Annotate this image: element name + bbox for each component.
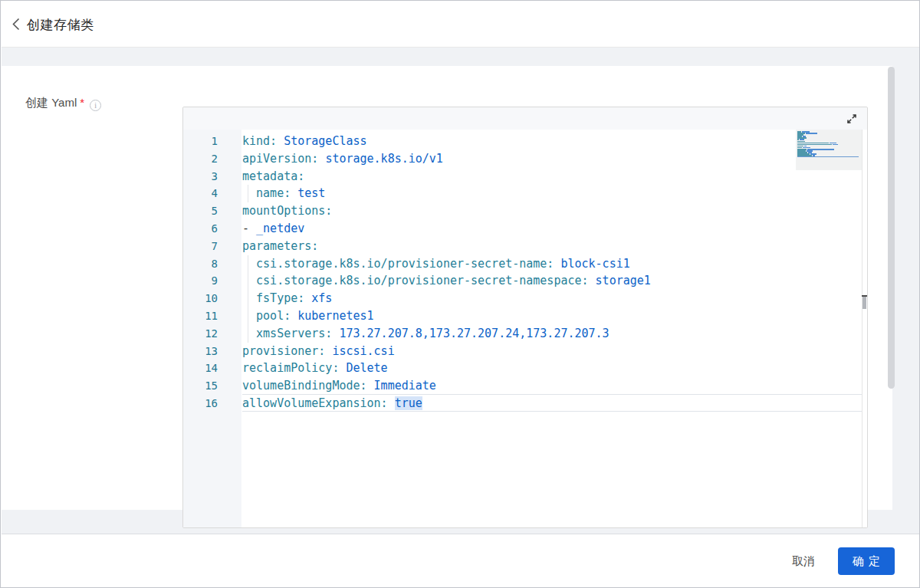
indent-guide	[248, 185, 248, 202]
line-content: reclaimPolicy: Delete	[242, 360, 388, 377]
minimap-code-bars	[797, 131, 838, 157]
page-scrollbar-thumb[interactable]	[888, 67, 895, 389]
line-number: 1	[183, 133, 218, 150]
line-content: xmsServers: 173.27.207.8,173.27.207.24,1…	[242, 325, 610, 343]
line-content: provisioner: iscsi.csi	[242, 343, 395, 360]
page-header: 创建存储类	[2, 2, 920, 48]
code-lines: 1kind: StorageClass2apiVersion: storage.…	[183, 133, 867, 412]
line-content: apiVersion: storage.k8s.io/v1	[242, 150, 443, 168]
back-icon[interactable]	[12, 18, 20, 31]
line-content: name: test	[242, 185, 325, 202]
code-line[interactable]: 12 xmsServers: 173.27.207.8,173.27.207.2…	[183, 325, 867, 343]
create-storage-class-page: 创建存储类 创建 Yaml*i	[0, 0, 920, 588]
line-content: fsType: xfs	[242, 290, 332, 307]
code-line[interactable]: 11 pool: kubernetes1	[183, 307, 867, 325]
line-content: csi.storage.k8s.io/provisioner-secret-na…	[242, 272, 651, 290]
current-line-highlight	[242, 394, 862, 412]
content-area: 创建 Yaml*i 1kind: Stora	[2, 48, 920, 534]
footer-bar: 取消 确定	[2, 534, 920, 588]
indent-guide	[248, 290, 248, 307]
editor-body[interactable]: 1kind: StorageClass2apiVersion: storage.…	[183, 130, 867, 527]
code-line[interactable]: 5mountOptions:	[183, 202, 867, 220]
code-line[interactable]: 9 csi.storage.k8s.io/provisioner-secret-…	[183, 272, 867, 290]
line-number: 16	[183, 395, 218, 412]
line-number: 12	[183, 325, 218, 343]
line-number: 9	[183, 272, 218, 290]
yaml-field-label-text: 创建 Yaml	[25, 96, 77, 109]
editor-minimap[interactable]	[796, 130, 862, 527]
line-content: mountOptions:	[242, 202, 332, 220]
line-number: 11	[183, 307, 218, 325]
line-content: metadata:	[242, 168, 304, 186]
info-icon[interactable]: i	[90, 100, 101, 111]
code-line[interactable]: 6- _netdev	[183, 220, 867, 238]
code-line[interactable]: 8 csi.storage.k8s.io/provisioner-secret-…	[183, 255, 867, 273]
line-number: 14	[183, 360, 218, 377]
required-asterisk: *	[80, 96, 84, 109]
line-content: kind: StorageClass	[242, 133, 367, 150]
code-line[interactable]: 4 name: test	[183, 185, 867, 202]
line-content: - _netdev	[242, 220, 304, 238]
code-line[interactable]: 15volumeBindingMode: Immediate	[183, 377, 867, 395]
form-panel: 创建 Yaml*i 1kind: Stora	[2, 66, 892, 510]
line-content: pool: kubernetes1	[242, 307, 374, 325]
line-number: 7	[183, 238, 218, 255]
code-line[interactable]: 10 fsType: xfs	[183, 290, 867, 307]
indent-guide	[248, 255, 248, 273]
editor-scrollbar-thumb[interactable]	[863, 297, 866, 309]
cancel-button[interactable]: 取消	[792, 554, 815, 569]
line-content: volumeBindingMode: Immediate	[242, 377, 436, 395]
line-number: 2	[183, 150, 218, 168]
line-number: 5	[183, 202, 218, 220]
code-line[interactable]: 7parameters:	[183, 238, 867, 255]
overview-ruler-border	[862, 130, 863, 527]
indent-guide	[248, 307, 248, 325]
indent-guide	[248, 272, 248, 290]
code-line[interactable]: 14reclaimPolicy: Delete	[183, 360, 867, 377]
yaml-field-label: 创建 Yaml*i	[25, 96, 101, 111]
page-title: 创建存储类	[27, 16, 94, 34]
line-number: 13	[183, 343, 218, 360]
line-number: 8	[183, 255, 218, 273]
line-number: 10	[183, 290, 218, 307]
line-content: csi.storage.k8s.io/provisioner-secret-na…	[242, 255, 630, 273]
code-line[interactable]: 3metadata:	[183, 168, 867, 186]
code-line[interactable]: 1kind: StorageClass	[183, 133, 867, 150]
line-number: 15	[183, 377, 218, 395]
minimap-current-line	[797, 156, 859, 157]
editor-toolbar	[183, 107, 867, 130]
fullscreen-expand-icon[interactable]	[846, 113, 858, 125]
line-content: parameters:	[242, 238, 318, 255]
code-line[interactable]: 2apiVersion: storage.k8s.io/v1	[183, 150, 867, 168]
code-line[interactable]: 13provisioner: iscsi.csi	[183, 343, 867, 360]
line-number: 6	[183, 220, 218, 238]
line-number: 4	[183, 185, 218, 202]
confirm-button[interactable]: 确定	[838, 547, 895, 575]
line-number: 3	[183, 168, 218, 186]
yaml-editor[interactable]: 1kind: StorageClass2apiVersion: storage.…	[182, 107, 868, 528]
indent-guide	[248, 325, 248, 343]
